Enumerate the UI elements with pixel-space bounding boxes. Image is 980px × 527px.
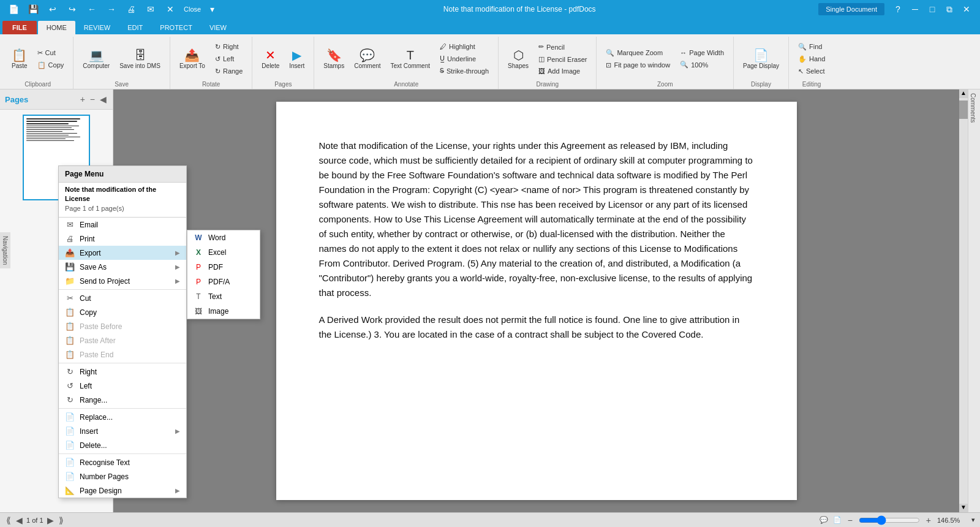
- add-image-icon: 🖼: [538, 67, 545, 75]
- ctx-right[interactable]: ↻ Right: [59, 365, 186, 379]
- export-ctx-icon: 📤: [65, 248, 75, 257]
- stamps-btn[interactable]: 🔖 Stamps: [319, 47, 349, 71]
- pencil-btn[interactable]: ✏ Pencil: [534, 41, 591, 53]
- computer-btn[interactable]: 💻 Computer: [78, 47, 114, 71]
- sub-pdfa[interactable]: P PDF/A: [187, 275, 260, 289]
- rotate-right-btn[interactable]: ↻ Right: [211, 41, 247, 53]
- email-quick-btn[interactable]: ✉: [142, 1, 159, 18]
- delete-btn[interactable]: ✕ Delete: [257, 47, 284, 71]
- ctx-replace[interactable]: 📄 Replace...: [59, 410, 186, 424]
- ctx-delete[interactable]: 📄 Delete...: [59, 438, 186, 452]
- redo-btn[interactable]: ↪: [64, 1, 81, 18]
- scrollbar[interactable]: ▲ ▼: [959, 89, 968, 512]
- tab-review[interactable]: REVIEW: [75, 21, 119, 34]
- ctx-send-to-project[interactable]: 📁 Send to Project ▶: [59, 274, 186, 288]
- restore-btn[interactable]: □: [924, 1, 941, 18]
- ctx-page-design[interactable]: 📐 Page Design ▶: [59, 483, 186, 498]
- last-page-btn[interactable]: ⟫: [58, 515, 65, 525]
- comments-panel-label[interactable]: Comments: [968, 89, 978, 126]
- underline-btn[interactable]: U̲ Underline: [435, 53, 493, 64]
- zoom-out-status-btn[interactable]: −: [846, 515, 854, 525]
- tab-edit[interactable]: EDIT: [119, 21, 151, 34]
- zoom-pct-btn[interactable]: 🔍 100%: [676, 59, 728, 70]
- find-btn[interactable]: 🔍 Find: [794, 41, 829, 53]
- ctx-left[interactable]: ↺ Left: [59, 379, 186, 393]
- zoom-dropdown-btn[interactable]: ▾: [971, 516, 975, 524]
- zoom-slider[interactable]: [859, 515, 920, 525]
- scroll-up-btn[interactable]: ▲: [959, 89, 968, 98]
- maximize-btn[interactable]: ⧉: [941, 1, 958, 18]
- sub-word[interactable]: W Word: [187, 230, 260, 245]
- highlight-btn[interactable]: 🖊 Highlight: [435, 41, 493, 52]
- prev-page-btn[interactable]: ◀: [15, 515, 24, 525]
- page-design-arrow-icon: ▶: [175, 487, 180, 494]
- sub-text[interactable]: T Text: [187, 289, 260, 304]
- close-quick-btn[interactable]: ✕: [162, 1, 179, 18]
- zoom-content: 🔍 Marquee Zoom ⊡ Fit page to window ↔ Pa…: [601, 37, 728, 81]
- collapse-btn[interactable]: ◀: [99, 93, 108, 105]
- sidebar-title: Pages: [5, 95, 28, 104]
- tab-protect[interactable]: PROTECT: [151, 21, 201, 34]
- print-quick-btn[interactable]: 🖨: [123, 1, 140, 18]
- strikethrough-btn[interactable]: S̶ Strike-through: [435, 65, 493, 77]
- page-width-btn[interactable]: ↔ Page Width: [676, 47, 728, 58]
- tab-view[interactable]: VIEW: [201, 21, 235, 34]
- copy-btn[interactable]: 📋 Copy: [33, 59, 69, 71]
- export-arrow-icon: ▶: [175, 249, 180, 256]
- zoom-in-status-btn[interactable]: +: [925, 515, 932, 525]
- ctx-cut[interactable]: ✂ Cut: [59, 291, 186, 305]
- ctx-email[interactable]: ✉ Email: [59, 218, 186, 232]
- select-btn[interactable]: ↖ Select: [794, 66, 829, 77]
- help-btn[interactable]: ?: [889, 1, 907, 18]
- shapes-btn[interactable]: ⬡ Shapes: [503, 47, 533, 71]
- sub-pdf[interactable]: P PDF: [187, 260, 260, 275]
- sub-excel[interactable]: X Excel: [187, 245, 260, 260]
- close-label[interactable]: Close: [184, 6, 201, 13]
- fit-page-btn[interactable]: ⊡ Fit page to window: [601, 59, 674, 71]
- send-project-icon: 📁: [65, 276, 75, 286]
- next-page-btn[interactable]: ▶: [46, 515, 55, 525]
- marquee-zoom-btn[interactable]: 🔍 Marquee Zoom: [601, 47, 674, 59]
- undo-btn[interactable]: ↩: [44, 1, 61, 18]
- ctx-copy[interactable]: 📋 Copy: [59, 305, 186, 319]
- delete-icon: ✕: [265, 49, 276, 61]
- hand-btn[interactable]: ✋ Hand: [794, 53, 829, 65]
- minimize-btn[interactable]: ─: [907, 1, 924, 18]
- text-comment-btn[interactable]: T Text Comment: [386, 47, 434, 71]
- ctx-save-as[interactable]: 💾 Save As ▶: [59, 260, 186, 274]
- cut-btn[interactable]: ✂ Cut: [33, 47, 69, 59]
- rotate-left-btn[interactable]: ↺ Left: [211, 53, 247, 65]
- zoom-out-btn[interactable]: −: [89, 93, 96, 105]
- scroll-track[interactable]: [959, 98, 968, 504]
- rotate-range-btn[interactable]: ↻ Range: [211, 66, 247, 77]
- page-display-btn[interactable]: 📄 Page Display: [739, 47, 783, 71]
- ctx-export[interactable]: 📤 Export ▶: [59, 246, 186, 260]
- thumb-lines: [26, 118, 86, 141]
- forward-btn[interactable]: →: [103, 1, 120, 18]
- tab-file[interactable]: FILE: [2, 21, 37, 34]
- ctx-recognise[interactable]: 📄 Recognise Text: [59, 455, 186, 469]
- comment-btn[interactable]: 💬 Comment: [350, 47, 385, 71]
- ctx-print[interactable]: 🖨 Print: [59, 232, 186, 246]
- save-quick-btn[interactable]: 💾: [24, 1, 42, 18]
- ctx-number-pages[interactable]: 📄 Number Pages: [59, 469, 186, 483]
- insert-btn[interactable]: ▶ Insert: [285, 47, 309, 71]
- add-image-btn[interactable]: 🖼 Add Image: [534, 66, 591, 77]
- close-window-btn[interactable]: ✕: [958, 1, 975, 18]
- ctx-range[interactable]: ↻ Range...: [59, 393, 186, 407]
- save-dms-btn[interactable]: 🗄 Save into DMS: [115, 47, 165, 71]
- single-document-btn[interactable]: Single Document: [818, 3, 884, 15]
- scroll-down-btn[interactable]: ▼: [959, 504, 968, 512]
- back-btn[interactable]: ←: [83, 1, 100, 18]
- first-page-btn[interactable]: ⟪: [5, 515, 12, 525]
- pencil-eraser-btn[interactable]: ◫ Pencil Eraser: [534, 53, 591, 65]
- number-pages-icon: 📄: [65, 472, 75, 481]
- sub-image[interactable]: 🖼 Image: [187, 304, 260, 319]
- tab-home[interactable]: HOME: [38, 21, 75, 34]
- ctx-insert[interactable]: 📄 Insert ▶: [59, 424, 186, 438]
- customize-btn[interactable]: ▾: [203, 1, 221, 18]
- zoom-in-btn[interactable]: +: [79, 93, 86, 105]
- paste-btn[interactable]: 📋 Paste: [7, 47, 32, 71]
- export-to-btn[interactable]: 📤 Export To: [175, 47, 209, 71]
- scroll-thumb[interactable]: [959, 100, 968, 119]
